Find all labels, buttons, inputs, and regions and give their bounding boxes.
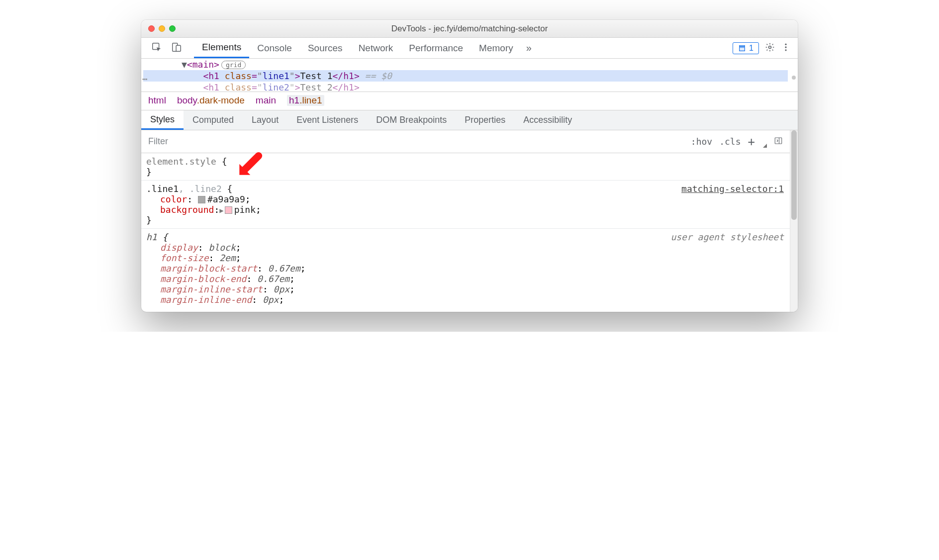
issues-button[interactable]: 1 [733,42,759,54]
toggle-computed-panel-icon[interactable] [774,136,783,147]
styles-filter-input[interactable] [141,136,684,147]
svg-point-5 [785,46,786,48]
cls-toggle[interactable]: .cls [719,136,741,147]
decl-font-size[interactable]: font-size: 2em; [146,253,784,263]
window-title: DevTools - jec.fyi/demo/matching-selecto… [141,24,798,34]
breadcrumb-body[interactable]: body.dark-mode [177,95,245,106]
svg-point-6 [785,49,786,51]
element-style-selector: element.style [146,156,216,167]
expand-shorthand-icon[interactable]: ▶ [219,206,223,214]
decl-color[interactable]: color: #a9a9a9; [146,194,784,204]
h1-ua-rule[interactable]: user agent stylesheet h1 { display: bloc… [141,229,790,308]
decl-mbe[interactable]: margin-block-end: 0.67em; [146,274,784,284]
tab-network[interactable]: Network [351,38,401,58]
device-toolbar-icon[interactable] [171,42,182,55]
decl-display[interactable]: display: block; [146,242,784,253]
tab-memory[interactable]: Memory [471,38,521,58]
dom-line-main[interactable]: ▼<main>grid [143,59,788,70]
breadcrumb: html body.dark-mode main h1.line1 [141,92,798,110]
breadcrumb-selected[interactable]: h1.line1 [287,95,324,106]
devtools-window: DevTools - jec.fyi/demo/matching-selecto… [141,20,798,312]
tab-performance[interactable]: Performance [401,38,471,58]
swatch-background[interactable] [225,206,232,214]
breadcrumb-main[interactable]: main [256,95,276,106]
subtab-properties[interactable]: Properties [456,110,514,130]
svg-rect-7 [775,138,782,144]
swatch-color[interactable] [198,196,205,203]
source-link[interactable]: matching-selector:1 [681,184,784,194]
new-style-rule-button[interactable]: + [748,135,755,149]
tab-elements[interactable]: Elements [194,38,249,58]
decl-mbs[interactable]: margin-block-start: 0.67em; [146,263,784,274]
annotation-arrow-icon [236,152,263,180]
subtab-styles[interactable]: Styles [141,110,184,130]
scroll-indicator [792,76,796,80]
rule1-selector[interactable]: .line1, .line2 [146,184,222,194]
styles-body: element.style { } matching-selector:1 .l… [141,153,790,312]
dom-tree[interactable]: ⋯ ▼<main>grid <h1 class="line1">Test 1</… [141,59,798,92]
tabs-overflow-button[interactable]: » [521,42,537,54]
styles-scrollbar[interactable] [790,130,798,312]
element-style-rule[interactable]: element.style { } [141,153,790,181]
main-toolbar: Elements Console Sources Network Perform… [141,38,798,59]
rule2-selector[interactable]: h1 [146,232,157,242]
issues-count: 1 [749,44,753,53]
subtab-accessibility[interactable]: Accessibility [514,110,581,130]
tab-console[interactable]: Console [249,38,300,58]
decl-background[interactable]: background: ▶pink; [146,204,784,215]
settings-gear-icon[interactable] [765,42,775,54]
subtab-dom-breakpoints[interactable]: DOM Breakpoints [367,110,456,130]
more-actions-corner[interactable] [763,144,767,148]
line1-line2-rule[interactable]: matching-selector:1 .line1, .line2 { col… [141,181,790,229]
subtab-computed[interactable]: Computed [184,110,243,130]
decl-mis[interactable]: margin-inline-start: 0px; [146,284,784,294]
svg-point-3 [769,46,771,48]
svg-rect-2 [176,45,181,51]
more-menu-icon[interactable] [781,42,791,54]
styles-sub-tabs: Styles Computed Layout Event Listeners D… [141,110,798,130]
ua-stylesheet-label: user agent stylesheet [670,232,784,242]
styles-filter-row: :hov .cls + [141,130,790,153]
dom-line-selected[interactable]: <h1 class="line1">Test 1</h1> == $0 [143,70,788,82]
window-titlebar: DevTools - jec.fyi/demo/matching-selecto… [141,20,798,38]
breadcrumb-html[interactable]: html [148,95,166,106]
subtab-event-listeners[interactable]: Event Listeners [287,110,367,130]
dom-line-next[interactable]: <h1 class="line2">Test 2</h1> [143,82,788,92]
subtab-layout[interactable]: Layout [243,110,287,130]
tab-sources[interactable]: Sources [300,38,351,58]
decl-mie[interactable]: margin-inline-end: 0px; [146,294,784,305]
grid-badge[interactable]: grid [221,61,246,69]
hov-toggle[interactable]: :hov [691,136,712,147]
main-tabs: Elements Console Sources Network Perform… [194,38,733,58]
inspect-element-icon[interactable] [151,42,162,55]
svg-point-4 [785,43,786,45]
